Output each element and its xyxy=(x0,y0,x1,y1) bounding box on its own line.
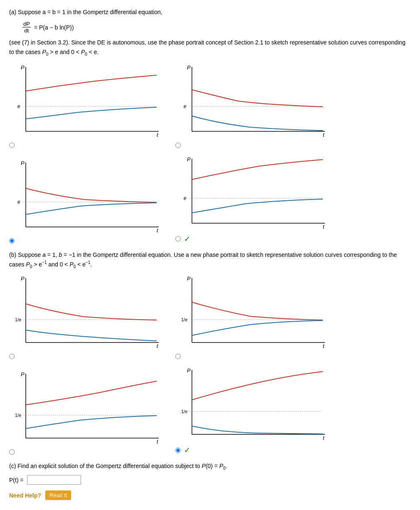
svg-text:P: P xyxy=(21,371,25,377)
svg-text:P: P xyxy=(187,367,191,374)
svg-text:1/e: 1/e xyxy=(15,413,21,418)
part-a-graphs-row2: P t e P t e ✓ xyxy=(9,155,411,244)
part-b-heading: (b) Suppose a = 1, b = −1 in the Gompert… xyxy=(9,250,411,270)
answer-label: P(t) = xyxy=(9,477,24,483)
need-help-label: Need Help? xyxy=(9,492,41,499)
svg-text:P: P xyxy=(187,64,191,71)
graph-a3-wrapper: P t e xyxy=(9,158,163,244)
radio-row-a3 xyxy=(9,238,16,244)
fraction: dP dt xyxy=(22,21,31,34)
svg-text:t: t xyxy=(323,343,325,349)
checkmark-b4: ✓ xyxy=(184,446,190,455)
answer-input[interactable] xyxy=(27,475,81,485)
graph-a4: P t e xyxy=(175,155,329,234)
svg-text:1/e: 1/e xyxy=(181,409,187,414)
graph-b3-wrapper: P t 1/e xyxy=(9,370,163,455)
graph-b1: P t 1/e xyxy=(9,274,163,353)
svg-text:e: e xyxy=(17,103,20,109)
radio-a2[interactable] xyxy=(175,143,181,148)
svg-text:P: P xyxy=(187,156,191,163)
equation-rhs: = P(a − b ln(P)) xyxy=(34,24,74,31)
need-help-section: Need Help? Read It xyxy=(9,490,411,500)
svg-text:1/e: 1/e xyxy=(181,317,187,322)
graph-b2: P t 1/e xyxy=(175,274,329,353)
svg-text:e: e xyxy=(17,199,20,205)
radio-row-b4: ✓ xyxy=(175,446,190,455)
equation-block: dP dt = P(a − b ln(P)) xyxy=(22,21,411,34)
svg-text:P: P xyxy=(187,276,191,282)
svg-text:P: P xyxy=(21,64,25,71)
svg-text:t: t xyxy=(157,227,159,234)
graph-a3: P t e xyxy=(9,158,163,237)
svg-text:t: t xyxy=(323,224,325,230)
svg-text:t: t xyxy=(157,439,159,445)
fraction-numerator: dP xyxy=(22,21,31,27)
graph-a4-wrapper: P t e ✓ xyxy=(175,155,329,244)
radio-row-b2 xyxy=(175,354,182,359)
radio-a4[interactable] xyxy=(175,236,181,241)
radio-row-b3 xyxy=(9,449,16,455)
part-c-text: (c) Find an explicit solution of the Gom… xyxy=(9,463,227,469)
radio-b2[interactable] xyxy=(175,354,181,359)
part-a-graphs-row1: P t e P t e xyxy=(9,63,411,148)
radio-b3[interactable] xyxy=(9,449,15,455)
graph-a1: P t e xyxy=(9,63,163,142)
part-b-text: (b) Suppose a = 1, b = −1 in the Gompert… xyxy=(9,251,397,268)
svg-text:t: t xyxy=(157,132,159,138)
graph-b2-wrapper: P t 1/e xyxy=(175,274,329,359)
svg-text:e: e xyxy=(184,195,187,201)
graph-a2-wrapper: P t e xyxy=(175,63,329,148)
graph-a1-wrapper: P t e xyxy=(9,63,163,148)
svg-text:t: t xyxy=(323,435,325,441)
radio-a1[interactable] xyxy=(9,143,15,148)
part-c-answer-row: P(t) = xyxy=(9,475,411,485)
radio-row-b1 xyxy=(9,354,16,359)
radio-b1[interactable] xyxy=(9,354,15,359)
svg-text:P: P xyxy=(21,160,25,166)
part-b-graphs-row1: P t 1/e P t 1/e xyxy=(9,274,411,359)
graph-b4-wrapper: P t 1/e ✓ xyxy=(175,366,329,455)
radio-row-a2 xyxy=(175,143,182,148)
fraction-denominator: dt xyxy=(24,27,30,34)
part-a-heading-text: (a) Suppose a = b = 1 in the Gompertz di… xyxy=(9,9,162,15)
graph-a2: P t e xyxy=(175,63,329,142)
checkmark-a4: ✓ xyxy=(184,234,190,244)
part-a-heading: (a) Suppose a = b = 1 in the Gompertz di… xyxy=(9,7,411,17)
part-b-graphs-row2: P t 1/e P t 1/e ✓ xyxy=(9,366,411,455)
radio-row-a4: ✓ xyxy=(175,234,190,244)
svg-text:P: P xyxy=(21,276,25,282)
radio-row-a1 xyxy=(9,143,16,148)
svg-text:t: t xyxy=(323,132,325,138)
read-it-button[interactable]: Read It xyxy=(45,490,71,500)
svg-text:t: t xyxy=(157,343,159,349)
note-text: (see (7) in Section 3.2). Since the DE i… xyxy=(9,39,405,55)
part-c-heading: (c) Find an explicit solution of the Gom… xyxy=(9,461,411,472)
radio-a3[interactable] xyxy=(9,238,15,244)
part-a-note: (see (7) in Section 3.2). Since the DE i… xyxy=(9,38,411,57)
svg-text:1/e: 1/e xyxy=(15,317,21,322)
radio-b4[interactable] xyxy=(175,448,181,453)
graph-b4: P t 1/e xyxy=(175,366,329,445)
graph-b1-wrapper: P t 1/e xyxy=(9,274,163,359)
svg-text:e: e xyxy=(184,103,187,109)
graph-b3: P t 1/e xyxy=(9,370,163,448)
